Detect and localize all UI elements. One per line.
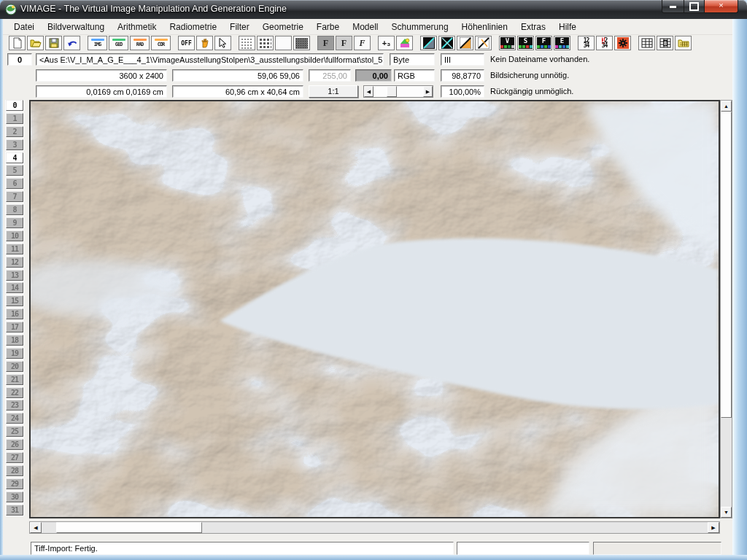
new-image-icon[interactable] — [9, 36, 26, 50]
max-value-field[interactable]: 255,00 — [309, 69, 351, 82]
font-style-italic-icon[interactable]: F — [354, 36, 371, 50]
grid-folder-icon[interactable] — [675, 36, 692, 50]
menu-item-modell[interactable]: Modell — [346, 20, 384, 34]
image-slot-31[interactable]: 31 — [6, 505, 23, 516]
image-slot-13[interactable]: 13 — [6, 270, 23, 281]
image-index-field[interactable]: 0 — [7, 53, 32, 66]
color-mode-field[interactable]: RGB — [394, 69, 435, 82]
image-slot-9[interactable]: 9 — [6, 217, 23, 228]
horizontal-scroll-trough[interactable] — [42, 522, 708, 533]
image-slot-3[interactable]: 3 — [6, 139, 23, 150]
menu-item-hilfe[interactable]: Hilfe — [552, 20, 583, 34]
pixel-size-field[interactable]: 0,0169 cm 0,0169 cm — [36, 85, 167, 98]
image-slot-0[interactable]: 0 — [6, 100, 23, 111]
image-slot-1[interactable]: 1 — [6, 113, 23, 124]
scroll-right-icon[interactable]: ▶ — [708, 522, 719, 533]
image-canvas[interactable] — [29, 100, 720, 518]
print-size-field[interactable]: 60,96 cm x 40,64 cm — [172, 85, 303, 98]
image-slot-29[interactable]: 29 — [6, 478, 23, 489]
image-slot-6[interactable]: 6 — [6, 178, 23, 189]
menu-item-datei[interactable]: Datei — [7, 20, 41, 34]
title-bar[interactable]: VIMAGE - The Virtual Image Manipulation … — [0, 0, 747, 19]
image-slot-14[interactable]: 14 — [6, 282, 23, 293]
pointer-select-icon[interactable] — [214, 36, 231, 50]
geo-register-icon[interactable]: GEO — [109, 36, 128, 50]
off-icon[interactable]: OFF — [178, 36, 195, 50]
current-value-field[interactable]: 0,00 — [355, 69, 392, 82]
menu-item-hhenlinien[interactable]: Höhenlinien — [455, 20, 514, 34]
quad-view-active-icon[interactable]: 1234 — [596, 36, 613, 50]
grid-table-icon[interactable] — [638, 36, 655, 50]
close-button[interactable]: × — [704, 0, 738, 13]
lut-contrast-icon[interactable] — [457, 36, 473, 50]
raster-pattern-2-icon[interactable] — [257, 36, 274, 50]
zoom-slider[interactable]: ◀ ▶ — [363, 85, 433, 98]
image-slot-24[interactable]: 24 — [6, 413, 23, 424]
menu-item-arithmetik[interactable]: Arithmetik — [111, 20, 163, 34]
image-slot-4[interactable]: 4 — [6, 152, 23, 163]
zoom-slider-right-icon[interactable]: ▶ — [423, 86, 433, 97]
horizontal-scrollbar[interactable]: ◀ ▶ — [29, 521, 720, 534]
scroll-up-icon[interactable]: ▲ — [721, 101, 732, 112]
open-image-icon[interactable] — [27, 36, 44, 50]
image-slot-17[interactable]: 17 — [6, 322, 23, 332]
scroll-down-icon[interactable]: ▼ — [721, 507, 732, 518]
image-slot-12[interactable]: 12 — [6, 257, 23, 268]
kaleidoscope-icon[interactable] — [614, 36, 631, 50]
zoom-slider-trough[interactable] — [374, 86, 423, 97]
lut-gamma-icon[interactable] — [475, 36, 492, 50]
image-slot-26[interactable]: 26 — [6, 439, 23, 450]
menu-item-extras[interactable]: Extras — [514, 20, 552, 34]
image-slot-18[interactable]: 18 — [6, 335, 23, 346]
horizontal-scroll-thumb[interactable] — [56, 522, 202, 533]
raster-pattern-1-icon[interactable] — [239, 36, 255, 50]
zoom-slider-left-icon[interactable]: ◀ — [364, 86, 374, 97]
cursor-pos-field[interactable]: 59,06 59,06 — [172, 69, 303, 82]
menu-item-radiometrie[interactable]: Radiometrie — [163, 20, 223, 34]
menu-item-filter[interactable]: Filter — [223, 20, 256, 34]
menu-item-farbe[interactable]: Farbe — [310, 20, 346, 34]
measure-value-field[interactable]: 98,8770 — [441, 69, 484, 82]
quad-view-icon[interactable]: 1234 — [578, 36, 595, 50]
zoom-percent-field[interactable]: 100,00% — [441, 85, 484, 98]
image-slot-27[interactable]: 27 — [6, 452, 23, 463]
channel-s-icon[interactable]: S — [517, 36, 534, 50]
image-slot-10[interactable]: 10 — [6, 230, 23, 241]
minimize-button[interactable] — [662, 0, 684, 13]
raster-pattern-4-icon[interactable] — [293, 36, 310, 50]
cor-register-icon[interactable]: COR — [151, 36, 171, 50]
vertical-scroll-trough[interactable] — [721, 112, 732, 507]
dimensions-field[interactable]: 3600 x 2400 — [36, 69, 167, 82]
image-slot-22[interactable]: 22 — [6, 387, 23, 398]
menu-item-geometrie[interactable]: Geometrie — [256, 20, 310, 34]
img-register-icon[interactable]: IMG — [88, 36, 107, 50]
font-style-dark-icon[interactable]: F — [317, 36, 334, 50]
channel-f-icon[interactable]: F — [535, 36, 552, 50]
image-slot-30[interactable]: 30 — [6, 491, 23, 502]
image-slot-25[interactable]: 25 — [6, 426, 23, 437]
image-slot-2[interactable]: 2 — [6, 126, 23, 137]
image-slot-8[interactable]: 8 — [6, 204, 23, 215]
scroll-left-icon[interactable]: ◀ — [30, 522, 42, 533]
zoom-1-1-button[interactable]: 1:1 — [309, 85, 358, 98]
add-constant-icon[interactable]: +₃ — [378, 36, 395, 50]
menu-item-bildverwaltung[interactable]: Bildverwaltung — [41, 20, 111, 34]
vertical-scrollbar[interactable]: ▲ ▼ — [720, 100, 732, 518]
rad-register-icon[interactable]: RAD — [130, 36, 150, 50]
image-slot-16[interactable]: 16 — [6, 308, 23, 319]
channel-v-icon[interactable]: V — [499, 36, 516, 50]
zoom-slider-thumb[interactable] — [387, 86, 397, 97]
image-slot-28[interactable]: 28 — [6, 465, 23, 476]
lut-linear-icon[interactable] — [420, 36, 437, 50]
image-slot-5[interactable]: 5 — [6, 165, 23, 176]
undo-icon[interactable] — [63, 36, 80, 50]
data-type-field[interactable]: Byte — [390, 53, 435, 66]
lut-cross-icon[interactable] — [438, 36, 455, 50]
channel-flags-field[interactable]: III — [441, 53, 484, 66]
channel-e-icon[interactable]: E — [554, 36, 570, 50]
source-path-field[interactable]: <Aus E:\V_I_M_A_G_E___4_1\VimageAusstell… — [36, 53, 384, 66]
maximize-button[interactable] — [684, 0, 704, 13]
image-slot-23[interactable]: 23 — [6, 400, 23, 411]
image-slot-11[interactable]: 11 — [6, 244, 23, 254]
menu-item-schummerung[interactable]: Schummerung — [385, 20, 455, 34]
